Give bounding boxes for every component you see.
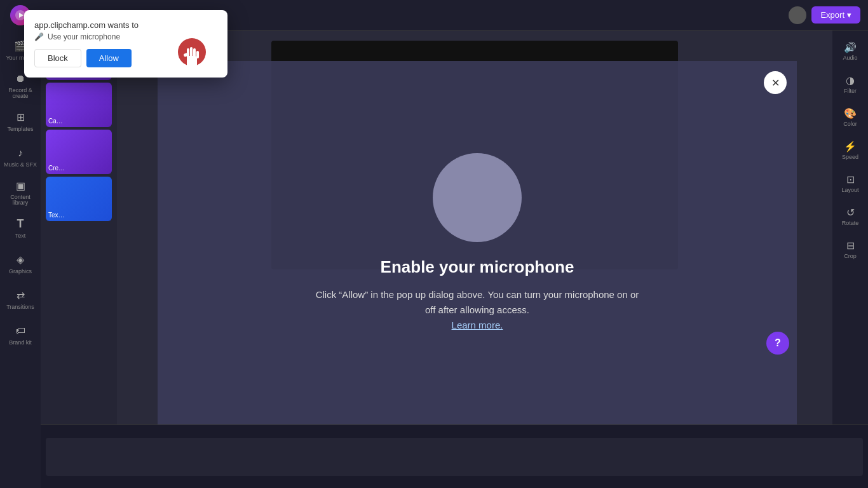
speed-icon: ⚡ [844, 140, 857, 152]
block-button[interactable]: Block [34, 49, 81, 67]
right-panel-item-speed[interactable]: ⚡ Speed [835, 135, 865, 165]
microphone-icon: 🎤 [34, 32, 44, 41]
right-panel-item-crop[interactable]: ⊟ Crop [835, 234, 865, 264]
media-card-text[interactable]: Tex… [46, 177, 112, 221]
graphics-icon: ◈ [13, 252, 28, 268]
modal-content: Enable your microphone Click “Allow” in … [287, 128, 668, 358]
sidebar-item-brand-kit[interactable]: 🏷 Brand kit [4, 318, 37, 351]
timeline [41, 424, 868, 488]
permission-popup: app.clipchamp.com wants to 🎤 Use your mi… [24, 10, 227, 78]
canvas-area: Enable your microphone Click “Allow” in … [117, 30, 832, 424]
right-panel-item-audio[interactable]: 🔊 Audio [835, 36, 865, 66]
sidebar-item-label: Templates [7, 126, 33, 132]
media-card-create[interactable]: Cre… [46, 130, 112, 174]
right-panel-label: Color [843, 121, 857, 127]
sidebar-item-label: Transitions [6, 304, 34, 310]
export-chevron-icon: ▾ [847, 10, 851, 20]
sidebar-item-label: Music & SFX [4, 162, 37, 168]
media-card-label: Ca… [48, 118, 63, 125]
filter-icon: ◑ [846, 74, 855, 86]
modal-overlay: Enable your microphone Click “Allow” in … [158, 61, 797, 424]
permission-buttons: Block Allow [34, 49, 217, 67]
microphone-avatar [433, 153, 522, 242]
right-panel-item-layout[interactable]: ⊡ Layout [835, 168, 865, 198]
right-panel-item-rotate[interactable]: ↺ Rotate [835, 201, 865, 231]
learn-more-link[interactable]: Learn more. [452, 320, 503, 330]
media-card-label: Cre… [48, 165, 65, 172]
audio-icon: 🔊 [844, 41, 857, 53]
right-panel-label: Filter [844, 88, 857, 94]
color-icon: 🎨 [844, 107, 857, 119]
music-sfx-icon: ♪ [13, 146, 28, 161]
export-label: Export [820, 10, 844, 20]
media-card-camera[interactable]: Ca… [46, 83, 112, 127]
permission-subtitle-text: Use your microphone [48, 32, 120, 41]
templates-icon: ⊞ [13, 110, 28, 125]
right-panel-label: Speed [842, 154, 858, 160]
left-panel: Scr… Ca… Cre… Tex… [41, 30, 117, 424]
right-panel-label: Crop [844, 253, 857, 259]
brand-kit-icon: 🏷 [13, 323, 28, 339]
sidebar-item-text[interactable]: T Text [4, 211, 37, 244]
sidebar-item-label: Brand kit [9, 340, 32, 346]
permission-popup-title: app.clipchamp.com wants to [34, 20, 217, 30]
sidebar-item-label: Record & create [4, 88, 37, 99]
modal-description: Click “Allow” in the pop up dialog above… [312, 287, 642, 333]
close-icon: ✕ [771, 77, 780, 89]
text-icon: T [13, 217, 28, 232]
sidebar-item-music-sfx[interactable]: ♪ Music & SFX [4, 140, 37, 173]
right-panel-item-filter[interactable]: ◑ Filter [835, 69, 865, 99]
timeline-track[interactable] [46, 438, 863, 476]
export-button[interactable]: Export ▾ [811, 6, 860, 24]
modal-description-text: Click “Allow” in the pop up dialog above… [316, 289, 639, 315]
sidebar-item-templates[interactable]: ⊞ Templates [4, 104, 37, 137]
toolbar-right: Export ▾ [789, 6, 860, 24]
right-panel-label: Rotate [842, 220, 859, 226]
sidebar-item-content-library[interactable]: ▣ Content library [4, 175, 37, 208]
modal-title: Enable your microphone [381, 257, 574, 277]
right-panel-label: Layout [841, 187, 858, 193]
permission-popup-subtitle: 🎤 Use your microphone [34, 32, 217, 41]
sidebar-item-transitions[interactable]: ⇄ Transitions [4, 282, 37, 315]
content-library-icon: ▣ [13, 178, 28, 193]
sidebar-item-label: Text [15, 233, 26, 239]
media-card-label: Tex… [48, 212, 65, 219]
help-button[interactable]: ? [766, 332, 789, 355]
right-panel-label: Audio [843, 55, 857, 61]
user-avatar[interactable] [789, 6, 806, 24]
layout-icon: ⊡ [846, 173, 855, 186]
right-panel-item-color[interactable]: 🎨 Color [835, 102, 865, 132]
transitions-icon: ⇄ [13, 288, 28, 303]
help-icon: ? [775, 337, 781, 349]
rotate-icon: ↺ [846, 207, 855, 219]
allow-button[interactable]: Allow [86, 49, 132, 67]
sidebar-item-label: Graphics [9, 269, 32, 274]
right-panel: 🔊 Audio ◑ Filter 🎨 Color ⚡ Speed ⊡ L [832, 30, 868, 424]
crop-icon: ⊟ [846, 240, 855, 252]
sidebar-item-graphics[interactable]: ◈ Graphics [4, 247, 37, 280]
modal-close-button[interactable]: ✕ [764, 71, 787, 94]
editor-area: Scr… Ca… Cre… Tex… En [41, 30, 868, 424]
sidebar-item-label: Content library [4, 194, 37, 206]
